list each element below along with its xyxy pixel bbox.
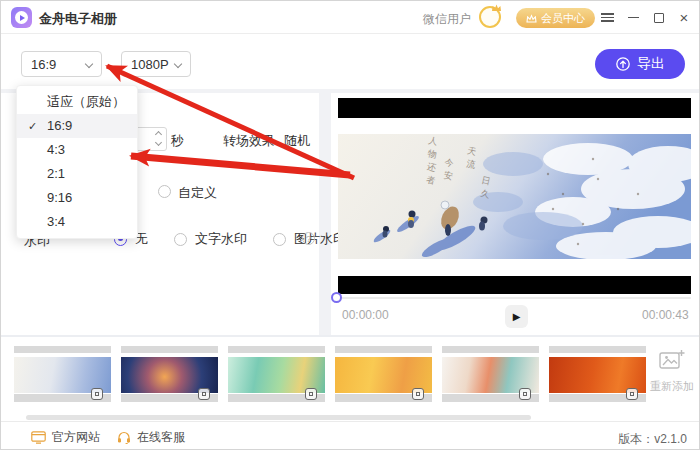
member-center-button[interactable]: 会员中心 — [516, 8, 595, 28]
crown-icon — [491, 3, 502, 12]
watermark-option[interactable]: 文字水印 — [174, 230, 247, 248]
arrow-to-ratio-select — [107, 66, 354, 178]
stepper-icons[interactable] — [156, 132, 161, 145]
titlebar: 金舟电子相册 微信用户 会员中心 × — [1, 1, 700, 34]
chevron-down-icon — [85, 60, 93, 68]
video-frame-art: 人物还者 今安 天流 日久 — [338, 134, 691, 259]
svg-text:还: 还 — [425, 161, 437, 173]
ratio-option-4:3[interactable]: 4:3 — [17, 138, 137, 162]
resolution-value: 1080P — [131, 57, 169, 72]
export-button[interactable]: 导出 — [595, 49, 685, 79]
seek-handle[interactable] — [331, 292, 342, 303]
thumb-frame-badge-icon — [91, 388, 103, 400]
play-button[interactable]: ▶ — [505, 305, 528, 328]
online-support-label: 在线客服 — [137, 429, 185, 446]
transition-label: 转场效果 — [223, 132, 275, 150]
thumb-frame-badge-icon — [305, 388, 317, 400]
thumb-placeholder-top — [549, 346, 646, 353]
version-text: 版本：v2.1.0 — [618, 431, 687, 448]
total-time: 00:00:43 — [642, 308, 689, 322]
menu-button[interactable] — [595, 1, 619, 34]
export-label: 导出 — [637, 55, 665, 73]
official-site-link[interactable]: 官方网站 — [31, 429, 100, 446]
divider — [1, 335, 700, 337]
official-site-label: 官方网站 — [52, 429, 100, 446]
headset-icon — [117, 431, 131, 444]
duration-unit-label: 秒 — [171, 132, 184, 150]
online-support-link[interactable]: 在线客服 — [117, 429, 185, 446]
thumb-placeholder-top — [442, 346, 539, 353]
user-avatar[interactable] — [479, 6, 501, 28]
thumb-placeholder-top — [121, 346, 218, 353]
app-title: 金舟电子相册 — [39, 10, 117, 28]
maximize-button[interactable] — [647, 1, 671, 34]
radio-icon[interactable] — [273, 233, 286, 246]
transition-value[interactable]: 随机 — [284, 132, 310, 150]
watermark-option-label: 文字水印 — [195, 230, 247, 248]
ratio-option-16:9[interactable]: ✓16:9 — [17, 114, 137, 138]
thumb-frame-badge-icon — [519, 388, 531, 400]
minimize-button[interactable] — [621, 1, 645, 34]
thumbnail-strip — [14, 346, 646, 402]
ratio-option-2:1[interactable]: 2:1 — [17, 162, 137, 186]
panel-gap — [319, 93, 331, 335]
website-icon — [31, 431, 46, 444]
aspect-ratio-dropdown: 适应（原始）✓16:94:32:19:163:4 — [16, 85, 138, 239]
readd-label: 重新添加 — [646, 379, 698, 394]
close-icon: × — [680, 10, 689, 25]
thumb-frame-badge-icon — [198, 388, 210, 400]
thumbnail-page-2-night[interactable] — [121, 346, 218, 402]
svg-text:流: 流 — [465, 158, 477, 170]
thumb-placeholder-top — [228, 346, 325, 353]
resolution-select[interactable]: 1080P — [121, 51, 191, 77]
aspect-ratio-select[interactable]: 16:9 — [21, 51, 102, 77]
seek-slider[interactable] — [338, 297, 691, 299]
footer: 官方网站 在线客服 版本：v2.1.0 — [1, 421, 700, 450]
ratio-option-9:16[interactable]: 9:16 — [17, 186, 137, 210]
ratio-option-3:4[interactable]: 3:4 — [17, 210, 137, 234]
thumbnail-page-1-snow[interactable] — [14, 346, 111, 402]
export-upload-icon — [615, 56, 631, 72]
check-icon: ✓ — [28, 114, 37, 138]
play-icon: ▶ — [513, 311, 521, 322]
chevron-down-icon — [174, 60, 182, 68]
user-name: 微信用户 — [423, 11, 471, 28]
member-center-label: 会员中心 — [541, 11, 585, 26]
thumb-frame-badge-icon — [412, 388, 424, 400]
close-button[interactable]: × — [672, 1, 696, 34]
thumbnail-page-6-poster[interactable] — [549, 346, 646, 402]
readd-button[interactable]: 重新添加 — [646, 349, 698, 409]
aspect-ratio-value: 16:9 — [31, 57, 56, 72]
radio-icon[interactable] — [174, 233, 187, 246]
ratio-option-[interactable]: 适应（原始） — [17, 90, 137, 114]
thumbnail-page-4-yellow[interactable] — [335, 346, 432, 402]
thumb-frame-badge-icon — [626, 388, 638, 400]
current-time: 00:00:00 — [342, 308, 389, 322]
custom-radio[interactable] — [158, 185, 171, 198]
help-icon[interactable]: ? — [302, 232, 315, 245]
thumbnail-scrollbar[interactable] — [26, 415, 531, 420]
thumbnail-page-3-garden[interactable] — [228, 346, 325, 402]
arrow-to-dropdown-item — [131, 156, 350, 175]
thumb-placeholder-top — [14, 346, 111, 353]
app-window: { "titlebar": { "app_title": "金舟电子相册", "… — [0, 0, 700, 450]
app-logo-icon — [11, 7, 32, 28]
thumb-placeholder-top — [335, 346, 432, 353]
image-plus-icon — [659, 349, 685, 371]
crown-icon — [526, 14, 537, 23]
preview-video[interactable]: 人物还者 今安 天流 日久 — [338, 98, 691, 294]
thumbnail-page-5-collage[interactable] — [442, 346, 539, 402]
custom-radio-label: 自定义 — [178, 184, 217, 202]
ratio-dropdown-list: 适应（原始）✓16:94:32:19:163:4 — [17, 90, 137, 234]
